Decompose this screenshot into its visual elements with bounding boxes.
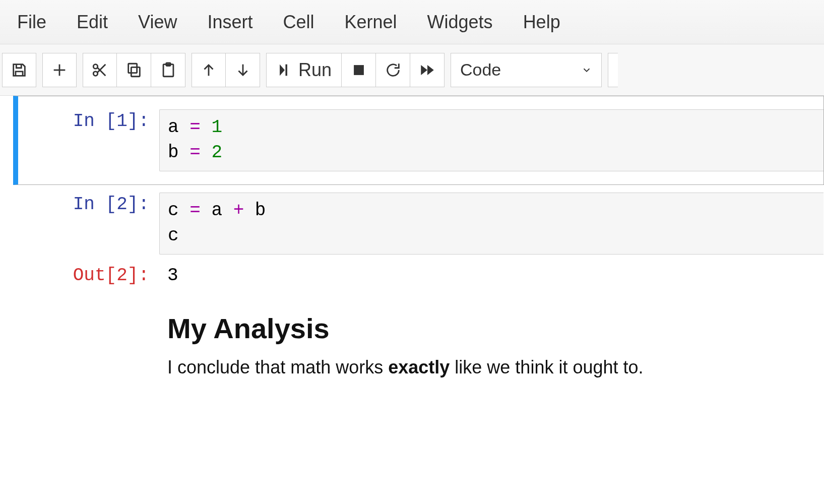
cell-type-value: Code bbox=[460, 60, 501, 80]
svg-marker-15 bbox=[421, 65, 427, 75]
menu-insert[interactable]: Insert bbox=[192, 12, 268, 33]
svg-rect-7 bbox=[128, 64, 137, 73]
code-input-2[interactable]: c = a + b c bbox=[159, 193, 823, 255]
prompt-md bbox=[18, 297, 159, 378]
move-group bbox=[192, 53, 260, 87]
toolbar: Run Code bbox=[0, 44, 824, 96]
output-cell-2: Out[2]: 3 bbox=[13, 262, 824, 290]
insert-cell-button[interactable] bbox=[42, 53, 77, 87]
restart-button[interactable] bbox=[376, 53, 410, 87]
markdown-heading: My Analysis bbox=[167, 312, 815, 345]
restart-run-all-button[interactable] bbox=[410, 53, 445, 87]
menubar: File Edit View Insert Cell Kernel Widget… bbox=[0, 0, 824, 44]
svg-marker-16 bbox=[427, 65, 434, 75]
markdown-bold: exactly bbox=[388, 357, 450, 377]
run-label: Run bbox=[298, 59, 332, 81]
menu-help[interactable]: Help bbox=[508, 12, 576, 33]
svg-rect-6 bbox=[131, 67, 140, 76]
save-button[interactable] bbox=[2, 53, 36, 87]
menu-cell[interactable]: Cell bbox=[268, 12, 330, 33]
run-button[interactable]: Run bbox=[266, 53, 342, 87]
plus-icon bbox=[51, 61, 68, 79]
menu-file[interactable]: File bbox=[5, 12, 61, 33]
copy-icon bbox=[125, 61, 143, 79]
fast-forward-icon bbox=[419, 61, 436, 79]
paste-button[interactable] bbox=[151, 53, 185, 87]
move-down-button[interactable] bbox=[226, 53, 260, 87]
move-up-button[interactable] bbox=[192, 53, 226, 87]
svg-marker-12 bbox=[280, 64, 285, 76]
chevron-down-icon bbox=[581, 65, 592, 76]
code-cell-1[interactable]: In [1]: a = 1 b = 2 bbox=[13, 96, 824, 185]
arrow-down-icon bbox=[234, 61, 251, 79]
prompt-in-2: In [2]: bbox=[18, 193, 159, 255]
prompt-in-1: In [1]: bbox=[18, 109, 159, 171]
output-text-2: 3 bbox=[159, 264, 823, 288]
menu-edit[interactable]: Edit bbox=[61, 12, 123, 33]
menu-kernel[interactable]: Kernel bbox=[330, 12, 412, 33]
markdown-text-pre: I conclude that math works bbox=[167, 357, 388, 377]
scissors-icon bbox=[91, 61, 108, 79]
notebook: In [1]: a = 1 b = 2 In [2]: c = a + b c … bbox=[0, 96, 824, 386]
code-cell-2[interactable]: In [2]: c = a + b c bbox=[13, 185, 824, 262]
markdown-text-post: like we think it ought to. bbox=[450, 357, 643, 377]
stop-button[interactable] bbox=[342, 53, 376, 87]
svg-rect-13 bbox=[285, 64, 287, 76]
restart-icon bbox=[385, 61, 402, 79]
save-icon bbox=[11, 61, 28, 79]
paste-icon bbox=[160, 61, 177, 79]
run-icon bbox=[276, 61, 293, 79]
prompt-out-2: Out[2]: bbox=[18, 264, 159, 288]
cut-button[interactable] bbox=[83, 53, 117, 87]
markdown-cell[interactable]: My Analysis I conclude that math works e… bbox=[13, 289, 824, 386]
run-group: Run bbox=[266, 53, 445, 87]
clipboard-group bbox=[83, 53, 185, 87]
code-input-1[interactable]: a = 1 b = 2 bbox=[159, 109, 823, 171]
stop-icon bbox=[350, 61, 367, 79]
copy-button[interactable] bbox=[117, 53, 151, 87]
markdown-rendered: My Analysis I conclude that math works e… bbox=[159, 297, 823, 378]
svg-rect-14 bbox=[354, 65, 364, 75]
cell-type-select[interactable]: Code bbox=[451, 53, 602, 87]
arrow-up-icon bbox=[200, 61, 217, 79]
markdown-paragraph: I conclude that math works exactly like … bbox=[167, 357, 815, 378]
toolbar-edge-button[interactable] bbox=[608, 53, 618, 87]
menu-widgets[interactable]: Widgets bbox=[412, 12, 508, 33]
menu-view[interactable]: View bbox=[123, 12, 192, 33]
